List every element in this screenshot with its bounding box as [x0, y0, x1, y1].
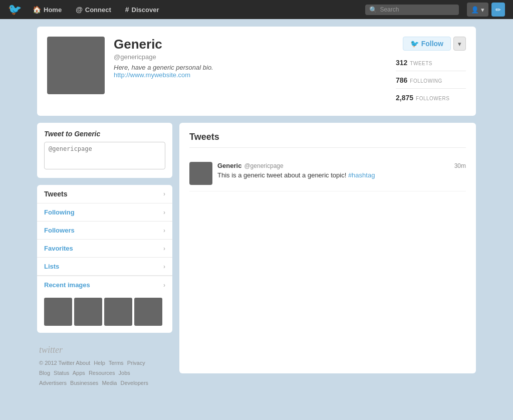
navbar: 🐦 🏠 Home @ Connect # Discover 🔍 👤 ▾ ✏: [0, 0, 513, 19]
sidebar-nav: Tweets › Following › Followers › Favorit…: [37, 185, 172, 333]
profile-bio: Here, have a generic personal bio.: [114, 64, 387, 71]
chevron-down-icon: ▾: [458, 40, 461, 48]
sidebar-item-lists[interactable]: Lists ›: [37, 258, 172, 276]
sidebar-nav-title: Tweets: [44, 190, 67, 198]
compose-icon: ✏: [495, 6, 501, 14]
tweet-text-content: This is a generic tweet about a generic …: [217, 171, 346, 179]
recent-image-4[interactable]: [134, 298, 162, 326]
followers-chevron-icon: ›: [163, 227, 165, 234]
connect-icon: @: [76, 6, 83, 14]
lower-section: Tweet to Generic Tweets › Following › Fo…: [37, 123, 476, 393]
favorites-chevron-icon: ›: [163, 245, 165, 252]
recent-images-section[interactable]: Recent images ›: [37, 276, 172, 294]
recent-image-2[interactable]: [74, 298, 102, 326]
recent-images-label: Recent images: [44, 281, 90, 289]
tweet-time: 30m: [454, 162, 466, 169]
tweet-header: Generic @genericpage 30m: [217, 162, 466, 169]
tweets-label: TWEETS: [410, 61, 432, 66]
footer-help[interactable]: Help: [94, 360, 105, 366]
recent-image-1[interactable]: [44, 298, 72, 326]
profile-website[interactable]: http://www.mywebsite.com: [114, 71, 190, 79]
tweet-box-title: Tweet to Generic: [44, 130, 165, 138]
following-label: Following: [44, 208, 75, 216]
following-label: FOLLOWING: [410, 78, 442, 84]
lists-chevron-icon: ›: [163, 263, 165, 270]
following-chevron-icon: ›: [163, 209, 165, 216]
tweet-author-name: Generic: [217, 162, 241, 169]
following-count: 786: [396, 76, 407, 84]
footer-apps[interactable]: Apps: [73, 370, 85, 376]
footer-developers[interactable]: Developers: [120, 380, 148, 386]
footer-about[interactable]: About: [76, 360, 90, 366]
sidebar-nav-header: Tweets ›: [37, 185, 172, 203]
nav-home[interactable]: 🏠 Home: [26, 0, 69, 19]
profile-avatar: [47, 37, 105, 94]
favorites-label: Favorites: [44, 245, 73, 252]
profile-stats: 312 TWEETS 786 FOLLOWING 2,875 FOLLOWERS: [396, 59, 466, 106]
twitter-bird-icon: 🐦: [410, 40, 419, 48]
tweet-hashtag[interactable]: #hashtag: [348, 171, 375, 179]
footer-status[interactable]: Status: [54, 370, 69, 376]
sidebar: Tweet to Generic Tweets › Following › Fo…: [37, 123, 172, 393]
footer-logo: twitter: [39, 345, 170, 355]
sidebar-footer: twitter © 2012 Twitter About Help Terms …: [37, 340, 172, 393]
tweet-textarea[interactable]: [44, 142, 165, 169]
footer-businesses[interactable]: Businesses: [70, 380, 98, 386]
tweets-stat: 312 TWEETS: [396, 59, 466, 71]
recent-images-grid: [37, 294, 172, 333]
footer-links: © 2012 Twitter About Help Terms Privacy …: [39, 358, 170, 388]
tweet-avatar: [189, 162, 212, 185]
profile-handle: @genericpage: [114, 53, 387, 61]
search-input[interactable]: [380, 6, 455, 13]
sidebar-item-following[interactable]: Following ›: [37, 203, 172, 222]
recent-images-chevron-icon: ›: [163, 282, 165, 289]
sidebar-item-followers[interactable]: Followers ›: [37, 222, 172, 240]
discover-icon: #: [125, 6, 129, 14]
followers-label: Followers: [44, 227, 75, 234]
followers-label: FOLLOWERS: [416, 96, 449, 101]
tweets-panel-title: Tweets: [189, 132, 466, 148]
followers-count: 2,875: [396, 94, 413, 102]
nav-discover[interactable]: # Discover: [118, 0, 166, 19]
profile-name: Generic: [114, 37, 387, 52]
footer-copyright: © 2012 Twitter: [39, 360, 75, 366]
nav-discover-label: Discover: [132, 6, 159, 14]
following-stat: 786 FOLLOWING: [396, 76, 466, 89]
footer-jobs[interactable]: Jobs: [119, 370, 130, 376]
nav-connect[interactable]: @ Connect: [69, 0, 118, 19]
more-options-button[interactable]: ▾: [453, 37, 466, 51]
footer-terms[interactable]: Terms: [109, 360, 124, 366]
lists-label: Lists: [44, 263, 59, 270]
user-icon: 👤 ▾: [471, 6, 484, 14]
footer-resources[interactable]: Resources: [89, 370, 115, 376]
home-icon: 🏠: [33, 6, 41, 14]
followers-stat: 2,875 FOLLOWERS: [396, 94, 466, 106]
twitter-logo-icon: 🐦: [8, 4, 22, 15]
tweets-count: 312: [396, 59, 407, 67]
profile-header: Generic @genericpage Here, have a generi…: [37, 27, 476, 116]
search-icon: 🔍: [369, 6, 377, 14]
recent-image-3[interactable]: [104, 298, 132, 326]
sidebar-item-favorites[interactable]: Favorites ›: [37, 240, 172, 258]
user-menu-button[interactable]: 👤 ▾: [467, 3, 488, 17]
follow-button[interactable]: 🐦 Follow: [403, 37, 451, 51]
profile-actions: 🐦 Follow ▾: [403, 37, 466, 51]
page-content: Generic @genericpage Here, have a generi…: [31, 19, 482, 400]
follow-label: Follow: [421, 40, 443, 48]
nav-home-label: Home: [44, 6, 62, 14]
footer-blog[interactable]: Blog: [39, 370, 50, 376]
compose-tweet-button[interactable]: ✏: [491, 3, 505, 17]
footer-advertisers[interactable]: Advertisers: [39, 380, 67, 386]
tweet-text: This is a generic tweet about a generic …: [217, 171, 466, 180]
nav-connect-label: Connect: [85, 6, 111, 14]
nav-items: 🏠 Home @ Connect # Discover: [26, 0, 195, 19]
footer-privacy[interactable]: Privacy: [127, 360, 145, 366]
tweet-body: Generic @genericpage 30m This is a gener…: [217, 162, 466, 185]
tweet-box: Tweet to Generic: [37, 123, 172, 178]
tweets-chevron-icon: ›: [163, 190, 165, 197]
profile-info: Generic @genericpage Here, have a generi…: [114, 37, 387, 79]
footer-media[interactable]: Media: [102, 380, 117, 386]
search-bar: 🔍: [365, 5, 459, 15]
tweets-panel: Tweets Generic @genericpage 30m This is …: [179, 123, 476, 373]
tweet-item: Generic @genericpage 30m This is a gener…: [189, 156, 466, 191]
